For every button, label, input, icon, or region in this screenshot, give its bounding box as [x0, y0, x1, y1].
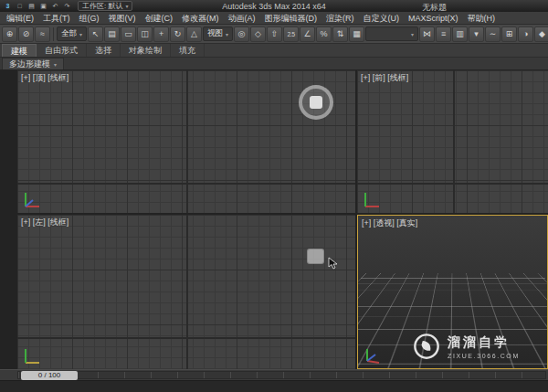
viewport-area: [+] [顶] [线框] [+] [前] [线框] [+] [左] [线框]: [0, 70, 548, 369]
menu-item[interactable]: 工具(T): [38, 12, 75, 25]
save-file-icon[interactable]: ▣: [38, 2, 48, 11]
reference-coordinate-dropdown[interactable]: 视图 ▾: [203, 26, 233, 41]
render-setup-icon[interactable]: ◆: [534, 26, 548, 42]
chevron-down-icon: ▾: [411, 31, 414, 37]
align-icon[interactable]: ≡: [436, 26, 451, 42]
menu-item[interactable]: 帮助(H): [463, 12, 501, 25]
grid-axis-line: [186, 70, 188, 213]
main-toolbar: ⊕⊘≈ 全部 ▾ ↖▤▭◫+↻△ 视图 ▾ ◎◇⇧2.5∠%⇅▦ ▾ ⋈≡▥▾∼…: [0, 25, 548, 44]
select-object-icon[interactable]: ↖: [88, 26, 103, 42]
spinner-square-icon: [310, 96, 322, 109]
menu-item[interactable]: 渲染(R): [321, 12, 359, 25]
polygon-modeling-panel-tab[interactable]: 多边形建模 ▾: [2, 58, 64, 69]
edit-named-selections-icon[interactable]: ▦: [349, 26, 364, 42]
axis-tripod-icon: [22, 188, 44, 210]
grid-axis-line: [186, 215, 188, 369]
ribbon-tab[interactable]: 自由形式: [37, 44, 87, 57]
rectangular-selection-icon[interactable]: ▭: [121, 26, 136, 42]
select-and-move-icon[interactable]: +: [153, 26, 169, 42]
watermark: 溜溜自学 ZIXUE.3066.COM: [413, 333, 520, 360]
titlebar: 3□▤▣↶↷ 工作区: 默认 ▾ Autodesk 3ds Max 2014 x…: [0, 0, 548, 12]
unlink-selection-icon[interactable]: ⊘: [18, 26, 34, 42]
chevron-down-icon: ▾: [226, 31, 228, 37]
curve-editor-icon[interactable]: ∼: [485, 26, 501, 42]
tool-overlay-icon: [307, 249, 324, 264]
timeline: 0 / 100: [0, 369, 548, 380]
percent-snap-icon[interactable]: %: [316, 26, 332, 42]
axis-tripod-icon: [22, 344, 44, 366]
ribbon-tab-bar: 建模自由形式选择对象绘制填充: [0, 44, 548, 58]
menu-item[interactable]: 图形编辑器(D): [260, 12, 322, 25]
viewport-left[interactable]: [+] [左] [线框]: [17, 215, 355, 369]
toolbar-separator: [53, 27, 54, 41]
menu-item[interactable]: 视图(V): [104, 12, 141, 25]
spinner-snap-icon[interactable]: ⇅: [332, 26, 348, 42]
document-title: 无标题: [422, 2, 447, 14]
layer-manager-icon[interactable]: ▥: [452, 26, 468, 42]
window-crossing-icon[interactable]: ◫: [137, 26, 153, 42]
viewport-label[interactable]: [+] [顶] [线框]: [21, 72, 68, 84]
graphite-ribbon-icon[interactable]: ▾: [469, 26, 484, 42]
angle-snap-icon[interactable]: ∠: [300, 26, 315, 42]
workspace-label: 工作区: 默认: [82, 1, 122, 11]
axis-tripod-icon: [363, 344, 385, 366]
loading-spinner-overlay: [299, 85, 333, 120]
menu-item[interactable]: 动画(A): [224, 12, 260, 25]
axis-tripod-icon: [362, 188, 384, 210]
undo-icon[interactable]: ↶: [50, 2, 60, 11]
select-and-rotate-icon[interactable]: ↻: [170, 26, 185, 42]
material-editor-icon[interactable]: ◑: [518, 26, 533, 42]
keyboard-override-icon[interactable]: ⇧: [267, 26, 282, 42]
grid-axis-line: [453, 70, 455, 213]
3ds-max-window: 3□▤▣↶↷ 工作区: 默认 ▾ Autodesk 3ds Max 2014 x…: [0, 0, 548, 392]
watermark-url: ZIXUE.3066.COM: [448, 353, 520, 359]
named-selection-dropdown[interactable]: ▾: [365, 26, 418, 41]
chevron-down-icon: ▾: [54, 61, 57, 68]
menu-item[interactable]: 自定义(U): [359, 12, 405, 25]
new-scene-icon[interactable]: □: [15, 2, 25, 11]
select-by-name-icon[interactable]: ▤: [104, 26, 120, 42]
viewport-label[interactable]: [+] [前] [线框]: [361, 72, 408, 84]
app-menu-icon[interactable]: 3: [3, 2, 13, 11]
menu-item[interactable]: 修改器(M): [177, 12, 224, 25]
ribbon-tab[interactable]: 建模: [2, 44, 37, 57]
bind-to-spacewarp-icon[interactable]: ≈: [35, 26, 50, 42]
viewport-label[interactable]: [+] [透视] [真实]: [362, 217, 417, 229]
selection-filter-dropdown[interactable]: 全部 ▾: [57, 26, 87, 41]
ribbon-tab[interactable]: 对象绘制: [121, 44, 171, 57]
quick-access-toolbar: 3□▤▣↶↷: [3, 2, 72, 11]
menu-item[interactable]: 组(G): [75, 12, 104, 25]
mouse-cursor-icon: [328, 257, 339, 270]
ribbon-tab[interactable]: 填充: [171, 44, 205, 57]
snap-toggle-icon[interactable]: 2.5: [283, 26, 299, 42]
timeline-track[interactable]: [17, 371, 546, 379]
chevron-down-icon: ▾: [125, 3, 128, 9]
mirror-icon[interactable]: ⋈: [419, 26, 435, 42]
select-and-scale-icon[interactable]: △: [186, 26, 202, 42]
chevron-down-icon: ▾: [79, 31, 82, 37]
watermark-title: 溜溜自学: [448, 334, 520, 351]
grid-axis-line: [17, 337, 355, 339]
ribbon-panel-row: 多边形建模 ▾: [0, 58, 548, 70]
watermark-logo-icon: [413, 333, 440, 360]
menu-item[interactable]: 创建(C): [141, 12, 178, 25]
select-and-link-icon[interactable]: ⊕: [2, 26, 17, 42]
time-slider[interactable]: 0 / 100: [21, 371, 78, 380]
open-file-icon[interactable]: ▤: [26, 2, 37, 11]
viewport-front[interactable]: [+] [前] [线框]: [357, 70, 548, 213]
ribbon-tab[interactable]: 选择: [87, 44, 121, 57]
use-pivot-center-icon[interactable]: ◎: [234, 26, 249, 42]
menubar: 编辑(E)工具(T)组(G)视图(V)创建(C)修改器(M)动画(A)图形编辑器…: [0, 12, 548, 25]
viewport-label[interactable]: [+] [左] [线框]: [21, 217, 68, 228]
redo-icon[interactable]: ↷: [62, 2, 72, 11]
grid-axis-line: [357, 183, 548, 185]
menu-item[interactable]: 编辑(E): [2, 12, 38, 25]
schematic-view-icon[interactable]: ⊞: [501, 26, 517, 42]
workspace-dropdown[interactable]: 工作区: 默认 ▾: [78, 1, 132, 11]
grid-axis-line: [17, 183, 355, 185]
select-and-manipulate-icon[interactable]: ◇: [250, 26, 266, 42]
status-bar-strip: [0, 380, 548, 392]
